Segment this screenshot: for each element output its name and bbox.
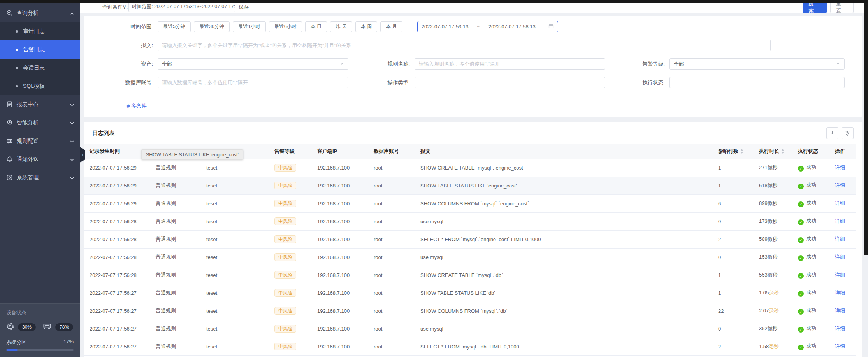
- range-start: 2022-07-07 17:53:13: [422, 24, 469, 30]
- log-table-body: 2022-07-07 17:56:29普通规则teset中风险192.168.7…: [84, 159, 856, 355]
- operation-type-input[interactable]: [415, 77, 605, 88]
- detail-link[interactable]: 详细: [835, 308, 845, 313]
- cell-message: SHOW CREATE TABLE `mysql`.`db`: [415, 266, 712, 284]
- memory-usage-badge: 78%: [55, 323, 73, 331]
- cell-db-account: root: [368, 320, 415, 338]
- quick-range-button[interactable]: 最近6小时: [269, 21, 302, 32]
- detail-link[interactable]: 详细: [835, 218, 845, 224]
- column-header[interactable]: 执行时长: [753, 144, 792, 159]
- table-row[interactable]: 2022-07-07 17:56:28普通规则teset中风险192.168.7…: [84, 266, 856, 284]
- cell-rule-name: teset: [200, 320, 269, 338]
- quick-range-button[interactable]: 最近1小时: [233, 21, 266, 32]
- table-row[interactable]: 2022-07-07 17:56:28普通规则teset中风险192.168.7…: [84, 230, 856, 248]
- alert-level-select[interactable]: 全部: [669, 58, 845, 70]
- date-range-picker[interactable]: 2022-07-07 17:53:13 ~ 2022-07-07 17:58:1…: [417, 21, 558, 32]
- asset-select[interactable]: 全部: [158, 58, 348, 70]
- cell-rule-type: 普通规则: [150, 230, 200, 248]
- quick-range-button[interactable]: 昨 天: [330, 21, 352, 32]
- column-header: 记录发生时间: [84, 144, 150, 159]
- detail-link[interactable]: 详细: [835, 182, 845, 188]
- cell-rule-type: 普通规则: [150, 320, 200, 338]
- exec-state-input[interactable]: [669, 77, 845, 88]
- sidebar-item-report-center[interactable]: 报表中心: [0, 95, 80, 114]
- detail-link[interactable]: 详细: [835, 326, 845, 331]
- more-conditions-link[interactable]: 更多条件: [126, 103, 147, 110]
- table-row[interactable]: 2022-07-07 17:56:27普通规则teset中风险192.168.7…: [84, 320, 856, 338]
- sort-caret-icon[interactable]: [740, 149, 743, 154]
- bullet-icon: [16, 49, 18, 51]
- cell-rule-type: 普通规则: [150, 177, 200, 194]
- cell-db-account: root: [368, 248, 415, 266]
- sidebar-item-session-log[interactable]: 会话日志: [0, 59, 80, 77]
- calendar-icon: [548, 23, 554, 30]
- quick-range-button[interactable]: 本 月: [380, 21, 402, 32]
- quick-range-button[interactable]: 最近5分钟: [158, 21, 191, 32]
- detail-link[interactable]: 详细: [835, 236, 845, 242]
- alert-level-badge: 中风险: [274, 200, 296, 207]
- scrollbar-thumb[interactable]: [864, 0, 868, 255]
- alert-level-badge: 中风险: [274, 253, 296, 261]
- sidebar-item-rule-config[interactable]: 规则配置: [0, 132, 80, 150]
- asset-label: 资产:: [84, 61, 158, 68]
- sidebar-item-label: 规则配置: [17, 138, 70, 145]
- cell-db-account: root: [368, 177, 415, 194]
- detail-link[interactable]: 详细: [835, 164, 845, 170]
- success-icon: ✓: [798, 327, 804, 332]
- quick-range-button[interactable]: 最近30分钟: [194, 21, 230, 32]
- filter-panel: 时间范围: 最近5分钟最近30分钟最近1小时最近6小时本 日昨 天本 周本 月 …: [84, 16, 862, 117]
- table-row[interactable]: 2022-07-07 17:56:27普通规则teset中风险192.168.7…: [84, 338, 856, 355]
- sidebar-item-system-manage[interactable]: 系统管理: [0, 168, 80, 187]
- cell-time: 2022-07-07 17:56:29: [84, 194, 150, 212]
- download-button[interactable]: [826, 127, 838, 139]
- table-row[interactable]: 2022-07-07 17:56:29普通规则teset中风险192.168.7…: [84, 194, 856, 212]
- cell-exec-status: ✓成功: [792, 248, 829, 266]
- cell-action: 详细: [829, 159, 856, 177]
- cell-duration: 589微秒: [753, 230, 792, 248]
- sidebar-item-label: 告警日志: [23, 46, 45, 53]
- quick-range-button[interactable]: 本 日: [305, 21, 327, 32]
- cell-db-account: root: [368, 212, 415, 230]
- cell-action: 详细: [829, 338, 856, 355]
- table-row[interactable]: 2022-07-07 17:56:28普通规则teset中风险192.168.7…: [84, 212, 856, 230]
- detail-link[interactable]: 详细: [835, 290, 845, 296]
- table-row[interactable]: 2022-07-07 17:56:28普通规则teset中风险192.168.7…: [84, 248, 856, 266]
- sidebar-item-label: SQL模板: [23, 83, 45, 90]
- column-header: 操作: [829, 144, 856, 159]
- table-row[interactable]: 2022-07-07 17:56:29普通规则teset中风险192.168.7…: [84, 177, 856, 194]
- sort-caret-icon[interactable]: [781, 149, 784, 154]
- message-input[interactable]: [158, 40, 771, 51]
- sidebar-item-alert-log[interactable]: 告警日志: [0, 40, 80, 59]
- rule-name-input[interactable]: [415, 58, 605, 70]
- success-icon: ✓: [798, 345, 804, 350]
- detail-link[interactable]: 详细: [835, 200, 845, 206]
- column-header[interactable]: 影响行数: [712, 144, 753, 159]
- table-row[interactable]: 2022-07-07 17:56:27普通规则teset中风险192.168.7…: [84, 302, 856, 320]
- cell-action: 详细: [829, 302, 856, 320]
- column-header: 报文: [415, 144, 712, 159]
- sidebar-item-audit-log[interactable]: 审计日志: [0, 22, 80, 40]
- chevron-down-icon: [836, 61, 840, 67]
- sidebar-item-query-analysis[interactable]: 查询分析: [0, 4, 80, 22]
- cell-exec-status: ✓成功: [792, 338, 829, 355]
- detail-link[interactable]: 详细: [835, 343, 845, 349]
- column-settings-button[interactable]: [842, 127, 854, 139]
- sidebar-item-smart-analysis[interactable]: 智能分析: [0, 114, 80, 132]
- table-row[interactable]: 2022-07-07 17:56:29普通规则teset中风险192.168.7…: [84, 159, 856, 177]
- db-account-input[interactable]: [158, 77, 348, 88]
- sidebar-item-sql-template[interactable]: SQL模板: [0, 77, 80, 95]
- success-icon: ✓: [798, 201, 804, 207]
- cell-client-ip: 192.168.7.100: [311, 302, 368, 320]
- save-query-button[interactable]: 保存: [239, 4, 249, 10]
- alert-level-badge: 中风险: [274, 307, 296, 315]
- quick-range-button[interactable]: 本 周: [355, 21, 377, 32]
- detail-link[interactable]: 详细: [835, 254, 845, 260]
- sidebar-item-notification[interactable]: 通知外送: [0, 150, 80, 168]
- cell-time: 2022-07-07 17:56:27: [84, 284, 150, 302]
- cell-time: 2022-07-07 17:56:28: [84, 230, 150, 248]
- table-row[interactable]: 2022-07-07 17:56:27普通规则teset中风险192.168.7…: [84, 284, 856, 302]
- device-status-title: 设备状态: [6, 309, 74, 316]
- detail-link[interactable]: 详细: [835, 272, 845, 278]
- cell-rule-name: teset: [200, 194, 269, 212]
- saved-query-label[interactable]: 查询条件∨:: [102, 4, 128, 10]
- alert-level-value: 全部: [674, 61, 684, 68]
